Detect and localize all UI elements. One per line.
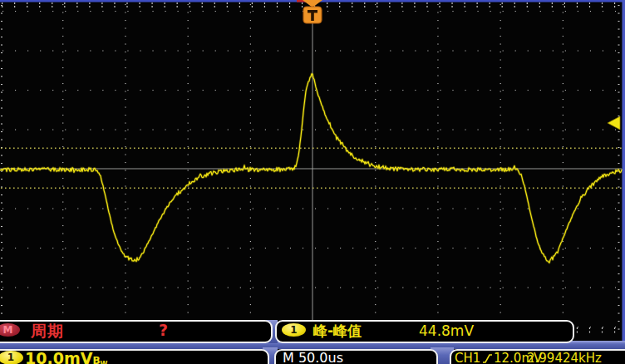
- oscilloscope-screen: M 周期 ? 1 峰-峰值 44.8mV 1 10.0mVBW M 50.0us…: [0, 0, 625, 364]
- measurement-period-value: ?: [159, 322, 168, 339]
- trigger-level-arrow-icon: [608, 116, 620, 130]
- trigger-position-marker: [303, 0, 322, 23]
- bandwidth-limit-indicator: BW: [92, 355, 107, 364]
- waveform-display: [0, 0, 625, 364]
- rising-edge-icon: [482, 352, 493, 364]
- channel-scale-readout: 10.0mVBW: [25, 350, 107, 364]
- channel-1-badge: 1: [0, 351, 23, 364]
- channel-scale-value: 10.0mV: [25, 349, 92, 364]
- trigger-source: CH1: [455, 352, 480, 364]
- timebase-readout: M 50.0us: [283, 351, 343, 364]
- measurement-pkpk-value: 44.8mV: [419, 323, 474, 339]
- measurement-period-label: 周期: [31, 322, 64, 340]
- ch1-source-badge: 1: [282, 323, 306, 337]
- trigger-frequency: 2.99424kHz: [527, 352, 602, 364]
- measurement-pkpk-label: 峰-峰值: [313, 323, 362, 339]
